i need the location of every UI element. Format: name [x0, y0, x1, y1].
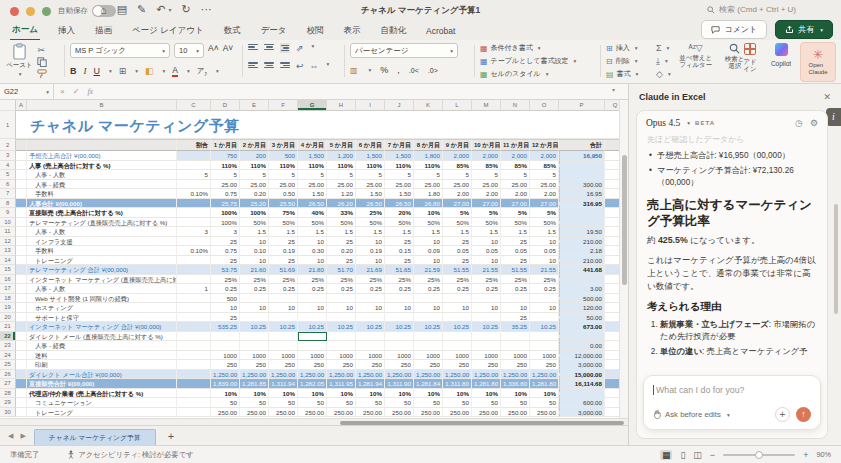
cell[interactable]: 1,250.00	[269, 370, 298, 380]
cell[interactable]: 51.55	[443, 265, 472, 275]
cell[interactable]	[177, 199, 211, 209]
cell[interactable]: 40%	[298, 208, 327, 218]
cell[interactable]: 10	[240, 256, 269, 266]
cell[interactable]	[240, 294, 269, 304]
column-header-A[interactable]: A	[16, 100, 27, 110]
cell[interactable]: 250	[443, 360, 472, 370]
fill-color-icon[interactable]: ◧	[145, 66, 154, 76]
cell[interactable]	[16, 199, 27, 209]
cell[interactable]: 5%	[472, 208, 501, 218]
cell[interactable]	[16, 151, 27, 161]
cell[interactable]: 21.60	[240, 265, 269, 275]
align-center-icon[interactable]	[264, 61, 274, 71]
cell[interactable]: 1000	[472, 351, 501, 361]
cell[interactable]	[269, 313, 298, 323]
cell[interactable]: 250.00	[472, 408, 501, 418]
cell[interactable]: 25%	[269, 275, 298, 285]
cell[interactable]: 50%	[356, 218, 385, 228]
history-icon[interactable]: ◷	[795, 118, 803, 128]
row-header-4[interactable]: 4	[0, 161, 16, 171]
cell[interactable]: 25	[327, 256, 356, 266]
cell[interactable]: 500	[269, 151, 298, 161]
zoom-out-icon[interactable]: −	[710, 450, 715, 460]
model-selector[interactable]: Opus 4.5	[646, 118, 680, 128]
cell[interactable]: 1,281.80	[472, 379, 501, 389]
cell[interactable]	[177, 161, 211, 171]
row-header-6[interactable]: 6	[0, 180, 16, 190]
cell[interactable]: 15,000.00	[559, 370, 605, 380]
cell[interactable]: 0.25	[356, 284, 385, 294]
cell[interactable]: 5	[298, 170, 327, 180]
cell[interactable]: 26.20	[327, 199, 356, 209]
cell[interactable]	[298, 341, 327, 351]
cell[interactable]: 5	[211, 170, 240, 180]
cell[interactable]	[16, 360, 27, 370]
page-layout-view-icon[interactable]: ▯	[680, 450, 685, 460]
cell[interactable]: 110%	[356, 161, 385, 171]
cell[interactable]: 1,250.00	[472, 370, 501, 380]
cell[interactable]: 50	[385, 398, 414, 408]
cell[interactable]: 印刷	[27, 360, 177, 370]
search-field[interactable]: 検索 (Cmd + Ctrl + U)	[707, 4, 796, 15]
cell[interactable]	[16, 256, 27, 266]
cell[interactable]	[269, 341, 298, 351]
cell[interactable]: 5	[385, 170, 414, 180]
cell[interactable]: 1.80	[414, 189, 443, 199]
cell[interactable]: 0.19	[269, 246, 298, 256]
ribbon-tab-挿入[interactable]: 挿入	[56, 24, 77, 40]
cell[interactable]	[472, 332, 501, 342]
cell[interactable]: 10%	[443, 389, 472, 399]
phonetic-guide-icon[interactable]: アｱ	[197, 66, 207, 77]
cell[interactable]: 250.00	[414, 408, 443, 418]
page-break-view-icon[interactable]: ◫	[693, 450, 702, 460]
cell[interactable]: 2,000	[443, 151, 472, 161]
cell[interactable]	[177, 332, 211, 342]
cell[interactable]: 0.19	[356, 246, 385, 256]
cell[interactable]: 直接販売 (売上高合計に対する %)	[27, 208, 177, 218]
cell[interactable]: 人事 - 人数	[27, 227, 177, 237]
cell[interactable]: 0.05	[472, 246, 501, 256]
cell[interactable]: 25	[443, 256, 472, 266]
vertical-scrollbar[interactable]	[619, 100, 628, 418]
cell[interactable]: インフラ支援	[27, 237, 177, 247]
cell[interactable]	[177, 408, 211, 418]
cell[interactable]: 人事合計 ¥(00,000)	[27, 199, 177, 209]
row-header-18[interactable]: 18	[0, 294, 16, 304]
column-headers[interactable]: ABCDEFGHIJKLMNOPQ	[0, 100, 628, 111]
cell[interactable]: 200	[240, 151, 269, 161]
cell[interactable]: 25%	[385, 275, 414, 285]
currency-icon[interactable]: ▥	[350, 66, 358, 75]
cell[interactable]	[385, 341, 414, 351]
row-header-23[interactable]: 23	[0, 341, 16, 351]
cell[interactable]: 10.25	[385, 322, 414, 332]
cell[interactable]: 110%	[240, 161, 269, 171]
zoom-in-icon[interactable]: +	[803, 450, 808, 460]
row-header-11[interactable]: 11	[0, 227, 16, 237]
attach-button[interactable]: +	[775, 407, 790, 422]
delete-cells-button[interactable]: ⊟削除▾	[606, 56, 652, 66]
cell[interactable]: 12 か月目	[530, 139, 559, 151]
cell[interactable]: 27.00	[530, 199, 559, 209]
cell[interactable]: 1.5	[269, 227, 298, 237]
cell[interactable]: 25	[211, 237, 240, 247]
number-format-select[interactable]: パーセンテージ▾	[350, 43, 458, 58]
cell[interactable]: 26.80	[414, 199, 443, 209]
fx-icon[interactable]: fx	[87, 87, 93, 96]
decrease-decimal-icon[interactable]: .0˃	[428, 67, 438, 74]
column-header-B[interactable]: B	[27, 100, 177, 110]
row-header-27[interactable]: 27	[0, 379, 16, 389]
name-box[interactable]: G22▾	[0, 84, 54, 99]
cell[interactable]	[177, 294, 211, 304]
cell[interactable]: 50%	[414, 218, 443, 228]
sidebar-scrollbar-thumb[interactable]	[834, 204, 838, 314]
cell[interactable]: 1.5	[472, 227, 501, 237]
cell[interactable]: 50	[530, 398, 559, 408]
merge-center-icon[interactable]: ⇔	[310, 61, 319, 71]
window-controls[interactable]	[10, 7, 51, 16]
cell[interactable]	[414, 313, 443, 323]
cell[interactable]: 10%	[414, 389, 443, 399]
cell[interactable]: 26.50	[356, 199, 385, 209]
cell[interactable]: 1,250.00	[211, 370, 240, 380]
row-header-21[interactable]: 21	[0, 322, 16, 332]
font-name-select[interactable]: MS P ゴシック▾	[70, 43, 170, 58]
